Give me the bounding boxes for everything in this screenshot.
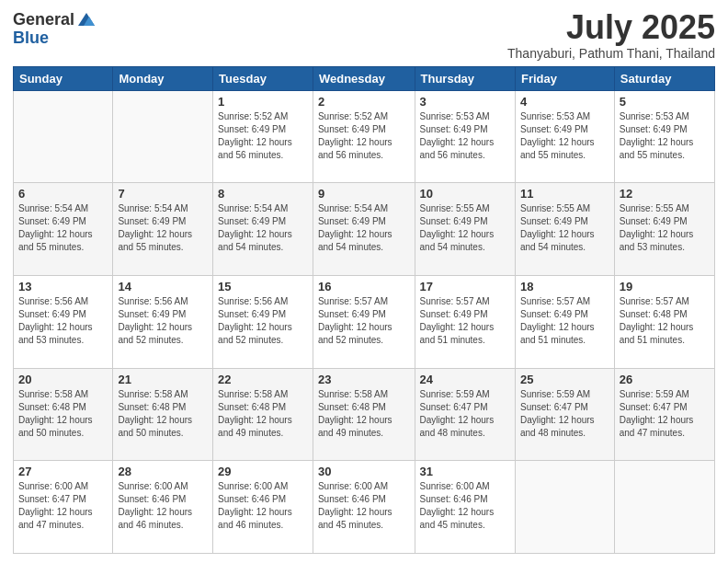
day-number: 13: [18, 280, 108, 293]
day-info: Sunrise: 6:00 AM Sunset: 6:46 PM Dayligh…: [420, 480, 510, 532]
day-info: Sunrise: 5:57 AM Sunset: 6:48 PM Dayligh…: [620, 295, 710, 347]
calendar-cell: 13Sunrise: 5:56 AM Sunset: 6:49 PM Dayli…: [14, 275, 113, 368]
day-number: 11: [520, 187, 609, 201]
day-number: 18: [520, 280, 609, 293]
day-info: Sunrise: 5:59 AM Sunset: 6:47 PM Dayligh…: [420, 388, 510, 440]
day-info: Sunrise: 5:58 AM Sunset: 6:48 PM Dayligh…: [118, 388, 208, 440]
day-number: 21: [118, 373, 208, 386]
day-info: Sunrise: 5:53 AM Sunset: 6:49 PM Dayligh…: [620, 110, 710, 162]
calendar-cell: 28Sunrise: 6:00 AM Sunset: 6:46 PM Dayli…: [113, 461, 213, 554]
day-info: Sunrise: 5:56 AM Sunset: 6:49 PM Dayligh…: [218, 295, 308, 347]
day-info: Sunrise: 5:55 AM Sunset: 6:49 PM Dayligh…: [620, 202, 710, 254]
day-info: Sunrise: 5:56 AM Sunset: 6:49 PM Dayligh…: [18, 295, 108, 347]
day-info: Sunrise: 5:54 AM Sunset: 6:49 PM Dayligh…: [18, 202, 108, 254]
day-info: Sunrise: 5:59 AM Sunset: 6:47 PM Dayligh…: [620, 388, 710, 440]
day-number: 5: [620, 95, 710, 109]
calendar-cell: 31Sunrise: 6:00 AM Sunset: 6:46 PM Dayli…: [415, 461, 515, 554]
day-number: 23: [318, 373, 410, 386]
calendar-week-0: 1Sunrise: 5:52 AM Sunset: 6:49 PM Daylig…: [14, 90, 715, 183]
day-number: 1: [218, 95, 308, 109]
calendar-cell: 8Sunrise: 5:54 AM Sunset: 6:49 PM Daylig…: [213, 183, 313, 276]
calendar-cell: [113, 90, 213, 183]
calendar-cell: 7Sunrise: 5:54 AM Sunset: 6:49 PM Daylig…: [113, 183, 213, 276]
calendar-cell: 2Sunrise: 5:52 AM Sunset: 6:49 PM Daylig…: [313, 90, 415, 183]
day-info: Sunrise: 5:57 AM Sunset: 6:49 PM Dayligh…: [520, 295, 609, 347]
day-number: 31: [420, 465, 510, 478]
calendar-cell: 16Sunrise: 5:57 AM Sunset: 6:49 PM Dayli…: [313, 275, 415, 368]
day-number: 14: [118, 280, 208, 293]
day-number: 12: [620, 187, 710, 201]
page: General Blue July 2025 Thanyaburi, Pathu…: [0, 0, 728, 563]
day-number: 2: [318, 95, 410, 109]
day-number: 7: [118, 187, 208, 201]
calendar: Sunday Monday Tuesday Wednesday Thursday…: [13, 66, 715, 554]
calendar-cell: 22Sunrise: 5:58 AM Sunset: 6:48 PM Dayli…: [213, 368, 313, 461]
day-info: Sunrise: 5:52 AM Sunset: 6:49 PM Dayligh…: [318, 110, 410, 162]
day-info: Sunrise: 5:58 AM Sunset: 6:48 PM Dayligh…: [18, 388, 108, 440]
th-tuesday: Tuesday: [213, 66, 313, 90]
calendar-cell: 26Sunrise: 5:59 AM Sunset: 6:47 PM Dayli…: [614, 368, 714, 461]
calendar-cell: 27Sunrise: 6:00 AM Sunset: 6:47 PM Dayli…: [14, 461, 113, 554]
calendar-cell: 17Sunrise: 5:57 AM Sunset: 6:49 PM Dayli…: [415, 275, 515, 368]
location-title: Thanyaburi, Pathum Thani, Thailand: [507, 46, 715, 61]
day-info: Sunrise: 5:54 AM Sunset: 6:49 PM Dayligh…: [318, 202, 410, 254]
calendar-week-2: 13Sunrise: 5:56 AM Sunset: 6:49 PM Dayli…: [14, 275, 715, 368]
logo-icon: [76, 9, 97, 29]
day-number: 19: [620, 280, 710, 293]
calendar-week-4: 27Sunrise: 6:00 AM Sunset: 6:47 PM Dayli…: [14, 461, 715, 554]
calendar-cell: 4Sunrise: 5:53 AM Sunset: 6:49 PM Daylig…: [515, 90, 614, 183]
day-number: 16: [318, 280, 410, 293]
day-number: 20: [18, 373, 108, 386]
calendar-cell: 21Sunrise: 5:58 AM Sunset: 6:48 PM Dayli…: [113, 368, 213, 461]
calendar-cell: 5Sunrise: 5:53 AM Sunset: 6:49 PM Daylig…: [614, 90, 714, 183]
day-number: 17: [420, 280, 510, 293]
day-info: Sunrise: 5:55 AM Sunset: 6:49 PM Dayligh…: [520, 202, 609, 254]
day-number: 27: [18, 465, 108, 478]
day-number: 30: [318, 465, 410, 478]
day-number: 26: [620, 373, 710, 386]
calendar-cell: 6Sunrise: 5:54 AM Sunset: 6:49 PM Daylig…: [14, 183, 113, 276]
day-info: Sunrise: 6:00 AM Sunset: 6:46 PM Dayligh…: [218, 480, 308, 532]
day-info: Sunrise: 6:00 AM Sunset: 6:46 PM Dayligh…: [118, 480, 208, 532]
day-info: Sunrise: 5:54 AM Sunset: 6:49 PM Dayligh…: [218, 202, 308, 254]
th-monday: Monday: [113, 66, 213, 90]
calendar-cell: [14, 90, 113, 183]
calendar-cell: 15Sunrise: 5:56 AM Sunset: 6:49 PM Dayli…: [213, 275, 313, 368]
day-number: 9: [318, 187, 410, 201]
day-info: Sunrise: 5:54 AM Sunset: 6:49 PM Dayligh…: [118, 202, 208, 254]
calendar-cell: 11Sunrise: 5:55 AM Sunset: 6:49 PM Dayli…: [515, 183, 614, 276]
calendar-week-3: 20Sunrise: 5:58 AM Sunset: 6:48 PM Dayli…: [14, 368, 715, 461]
calendar-cell: 19Sunrise: 5:57 AM Sunset: 6:48 PM Dayli…: [614, 275, 714, 368]
th-thursday: Thursday: [415, 66, 515, 90]
calendar-cell: 12Sunrise: 5:55 AM Sunset: 6:49 PM Dayli…: [614, 183, 714, 276]
th-sunday: Sunday: [14, 66, 113, 90]
calendar-cell: 25Sunrise: 5:59 AM Sunset: 6:47 PM Dayli…: [515, 368, 614, 461]
day-number: 15: [218, 280, 308, 293]
calendar-cell: 24Sunrise: 5:59 AM Sunset: 6:47 PM Dayli…: [415, 368, 515, 461]
calendar-cell: 10Sunrise: 5:55 AM Sunset: 6:49 PM Dayli…: [415, 183, 515, 276]
calendar-cell: 14Sunrise: 5:56 AM Sunset: 6:49 PM Dayli…: [113, 275, 213, 368]
day-info: Sunrise: 5:55 AM Sunset: 6:49 PM Dayligh…: [420, 202, 510, 254]
logo-blue: Blue: [13, 29, 49, 47]
th-wednesday: Wednesday: [313, 66, 415, 90]
calendar-cell: [515, 461, 614, 554]
day-number: 6: [18, 187, 108, 201]
day-number: 22: [218, 373, 308, 386]
day-info: Sunrise: 6:00 AM Sunset: 6:46 PM Dayligh…: [318, 480, 410, 532]
day-info: Sunrise: 5:56 AM Sunset: 6:49 PM Dayligh…: [118, 295, 208, 347]
month-title: July 2025: [507, 9, 715, 46]
day-info: Sunrise: 5:57 AM Sunset: 6:49 PM Dayligh…: [420, 295, 510, 347]
day-info: Sunrise: 5:53 AM Sunset: 6:49 PM Dayligh…: [420, 110, 510, 162]
day-info: Sunrise: 5:58 AM Sunset: 6:48 PM Dayligh…: [318, 388, 410, 440]
logo: General Blue: [13, 9, 97, 47]
day-number: 24: [420, 373, 510, 386]
day-number: 8: [218, 187, 308, 201]
th-friday: Friday: [515, 66, 614, 90]
calendar-cell: [614, 461, 714, 554]
calendar-cell: 29Sunrise: 6:00 AM Sunset: 6:46 PM Dayli…: [213, 461, 313, 554]
day-info: Sunrise: 5:59 AM Sunset: 6:47 PM Dayligh…: [520, 388, 609, 440]
day-number: 3: [420, 95, 510, 109]
calendar-header-row: Sunday Monday Tuesday Wednesday Thursday…: [14, 66, 715, 90]
day-number: 25: [520, 373, 609, 386]
calendar-cell: 9Sunrise: 5:54 AM Sunset: 6:49 PM Daylig…: [313, 183, 415, 276]
